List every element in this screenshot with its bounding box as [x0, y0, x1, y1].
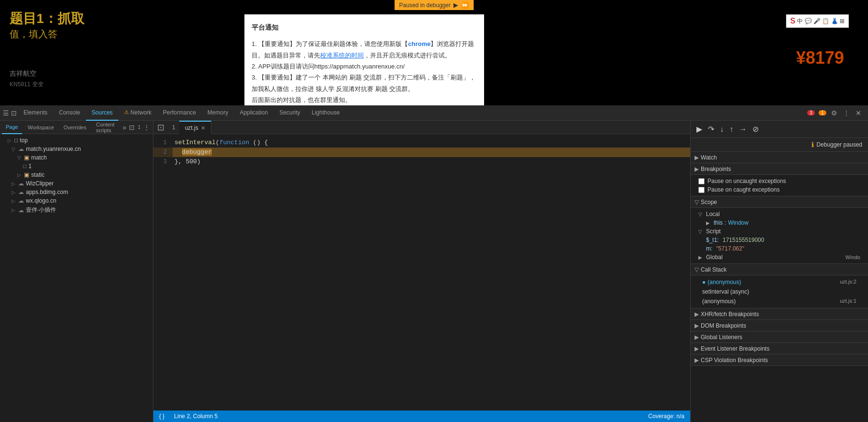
call-stack-arrow: ▽: [694, 266, 699, 273]
devtools: ☰ ⊡ Elements Console Sources ⚠ Network P…: [0, 105, 868, 422]
event-listeners-arrow: ▶: [694, 345, 699, 352]
tree-item-file-1[interactable]: □ 1: [0, 162, 153, 171]
editor-line-num-toggle[interactable]: 1: [168, 121, 179, 134]
t1-key: $_t1:: [706, 237, 719, 243]
tree-item-match-domain[interactable]: ▽ ☁ match.yuanrenxue.cn: [0, 145, 153, 153]
call-stack-item-1[interactable]: setInterval (async): [698, 287, 860, 297]
line-number-toggle[interactable]: 1: [138, 125, 140, 130]
line-number-1: 1: [153, 138, 173, 148]
devtools-close-btn[interactable]: ✕: [855, 108, 862, 118]
scope-section-header[interactable]: ▽ Scope: [691, 196, 868, 208]
devtools-inspect-btn[interactable]: ⊡: [10, 108, 18, 118]
sync-btn[interactable]: ⊡: [128, 123, 136, 132]
debugger-paused-label: Paused in debugger: [399, 2, 451, 9]
cloud-icon-bdimg: ☁: [18, 189, 24, 195]
dbg-resume-btn[interactable]: ▶: [694, 123, 704, 136]
scope-script-content: $_t1: 1715155519000 m: "5717.062": [698, 236, 860, 253]
debugger-resume-btn[interactable]: ▶: [453, 1, 458, 9]
dbg-step-out-btn[interactable]: ↑: [728, 123, 735, 136]
tab-performance[interactable]: Performance: [157, 105, 202, 121]
line-code-1: setInterval(function () {: [173, 138, 690, 148]
tab-network[interactable]: ⚠ Network: [118, 105, 157, 121]
editor-expander[interactable]: ⊡: [153, 121, 168, 134]
sources-subtabs: Page Workspace Overrides Content scripts…: [0, 121, 153, 134]
tab-console[interactable]: Console: [53, 105, 86, 121]
tab-memory[interactable]: Memory: [202, 105, 234, 121]
global-listeners-header[interactable]: ▶ Global Listeners: [691, 331, 868, 343]
tab-security[interactable]: Security: [274, 105, 306, 121]
debugger-paused-bar: Paused in debugger ▶ ⏩: [394, 0, 474, 10]
tree-item-top[interactable]: ▷ □ top: [0, 136, 153, 145]
pause-caught-checkbox[interactable]: [698, 187, 705, 193]
tree-item-bdimg[interactable]: ▷ ☁ apps.bdimg.com: [0, 188, 153, 196]
global-value-partial: Windo: [845, 254, 860, 260]
event-listeners-header[interactable]: ▶ Event Listener Breakpoints: [691, 343, 868, 354]
sogou-tools: 中 💬 🎤 📋 👗 ⊞: [797, 17, 845, 25]
subtab-overrides[interactable]: Overrides: [60, 121, 91, 134]
static-arrow: ▷: [17, 172, 21, 178]
csp-header[interactable]: ▶ CSP Violation Breakpoints: [691, 354, 868, 366]
devtools-main: Page Workspace Overrides Content scripts…: [0, 121, 868, 422]
dbg-step-over-btn[interactable]: ↷: [706, 123, 716, 136]
tab-application[interactable]: Application: [234, 105, 274, 121]
pause-uncaught-checkbox[interactable]: [698, 178, 705, 184]
tree-label-match-domain: match.yuanrenxue.cn: [26, 146, 81, 152]
tab-lighthouse[interactable]: Lighthouse: [306, 105, 346, 121]
tree-item-static[interactable]: ▷ ▣ static: [0, 171, 153, 179]
debugger-step-btn[interactable]: ⏩: [461, 1, 469, 9]
scope-this-row[interactable]: ▶ this : Window: [706, 218, 860, 227]
dom-section-header[interactable]: ▶ DOM Breakpoints: [691, 320, 868, 331]
devtools-collapse-btn[interactable]: ☰: [2, 108, 10, 118]
tab-sources[interactable]: Sources: [86, 105, 118, 121]
pause-uncaught-label: Pause on uncaught exceptions: [707, 178, 786, 184]
line-code-2: debugger: [173, 148, 690, 157]
scope-t1-row: $_t1: 1715155519000: [706, 236, 860, 244]
local-label: Local: [706, 211, 720, 217]
xhr-arrow: ▶: [694, 311, 699, 318]
devtools-more-btn[interactable]: ⋮: [842, 108, 851, 118]
dbg-deactivate-btn[interactable]: ⊘: [751, 123, 761, 136]
bdimg-arrow: ▷: [12, 190, 15, 195]
tree-label-bdimg: apps.bdimg.com: [26, 189, 68, 195]
tree-item-match-folder[interactable]: ▽ ▣ match: [0, 153, 153, 162]
airline-name: 吉祥航空: [10, 69, 240, 78]
notif-link[interactable]: 校准系统的时间: [320, 52, 364, 59]
paused-label: Debugger paused: [817, 141, 862, 148]
subtab-content-scripts[interactable]: Content scripts: [92, 121, 118, 134]
watch-arrow: ▶: [694, 154, 699, 161]
yiban-arrow: ▷: [12, 207, 15, 213]
qlogo-arrow: ▷: [12, 198, 15, 204]
code-editor[interactable]: 1 setInterval(function () { 2 debugger 3…: [153, 134, 690, 411]
code-editor-panel: ⊡ 1 uzt.js × 1 setInterval(function () {…: [153, 121, 691, 422]
editor-file-tab-uztjs[interactable]: uzt.js ×: [179, 121, 211, 134]
subtab-more-btn[interactable]: »: [123, 124, 127, 131]
tree-item-yiban[interactable]: ▷ ☁ 壹伴·小插件: [0, 205, 153, 215]
close-file-tab[interactable]: ×: [201, 124, 205, 132]
tree-item-qlogo[interactable]: ▷ ☁ wx.qlogo.cn: [0, 196, 153, 205]
pause-uncaught-row: Pause on uncaught exceptions: [698, 177, 860, 185]
folder-icon-static: ▣: [24, 171, 29, 178]
scope-global-header[interactable]: ▶ Global Windo: [698, 253, 860, 262]
pause-caught-row: Pause on caught exceptions: [698, 185, 860, 194]
browser-area: Paused in debugger ▶ ⏩ 题目1：抓取 值，填入答 吉祥航空…: [0, 0, 868, 105]
subtab-page[interactable]: Page: [2, 121, 22, 134]
scope-local-header[interactable]: ▽ Local: [698, 210, 860, 218]
file-tree: ▷ □ top ▽ ☁ match.yuanrenxue.cn ▽ ▣ matc…: [0, 134, 153, 422]
dbg-step-into-btn[interactable]: ↓: [718, 123, 726, 136]
devtools-settings-btn[interactable]: ⚙: [830, 108, 838, 118]
dbg-step-btn[interactable]: →: [737, 123, 749, 136]
call-stack-item-2[interactable]: (anonymous) uzt.js:1: [698, 297, 860, 306]
tree-item-wizclipper[interactable]: ▷ ☁ WizClipper: [0, 179, 153, 188]
csp-arrow: ▶: [694, 357, 699, 364]
tab-elements[interactable]: Elements: [18, 105, 53, 121]
xhr-section-header[interactable]: ▶ XHR/fetch Breakpoints: [691, 308, 868, 320]
breakpoints-section-header[interactable]: ▶ Breakpoints: [691, 163, 868, 175]
scope-script-header[interactable]: ▽ Script: [698, 227, 860, 236]
subtab-workspace[interactable]: Workspace: [24, 121, 58, 134]
call-stack-item-0[interactable]: ●(anonymous) uzt.js:2: [698, 277, 860, 287]
more-options-btn[interactable]: ⋮: [142, 123, 151, 132]
line-number-3: 3: [153, 157, 173, 167]
breakpoints-label: Breakpoints: [701, 166, 731, 172]
watch-section-header[interactable]: ▶ Watch: [691, 152, 868, 163]
call-stack-section-header[interactable]: ▽ Call Stack: [691, 264, 868, 275]
